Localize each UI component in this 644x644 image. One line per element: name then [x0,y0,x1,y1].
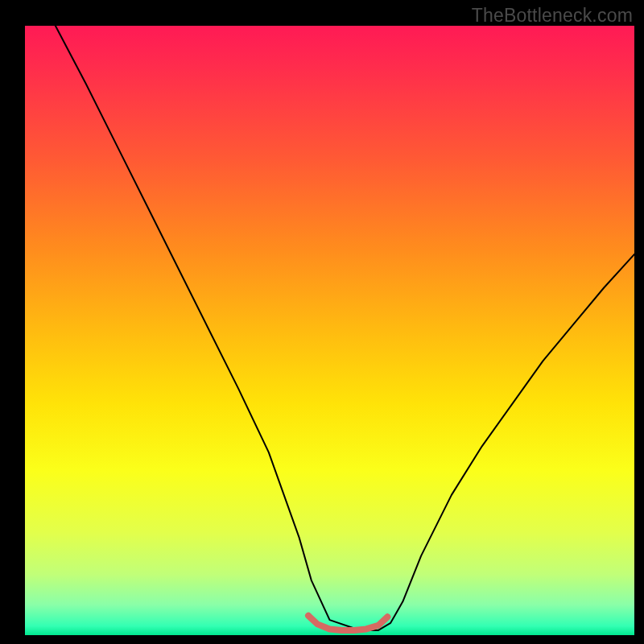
watermark-text: TheBottleneck.com [472,5,633,27]
chart-container [0,0,644,644]
plot-background [25,26,634,635]
chart-svg [0,0,644,644]
